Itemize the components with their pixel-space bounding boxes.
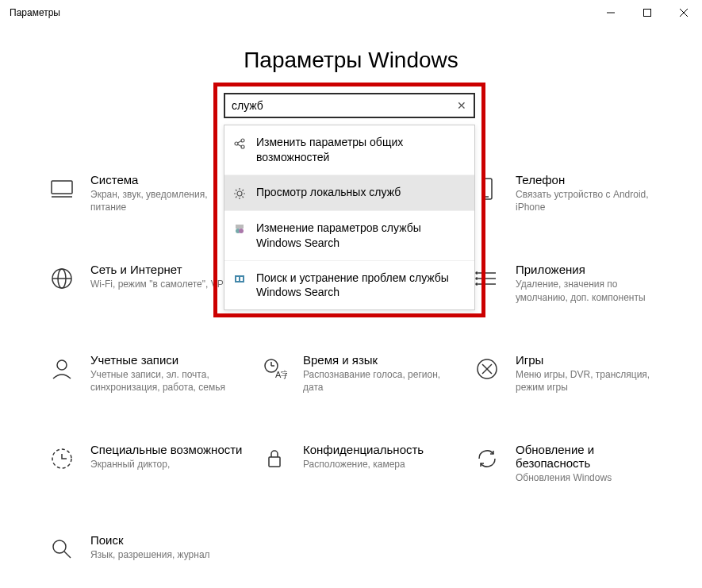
category-network[interactable]: Сеть и ИнтернетWi-Fi, режим "в самолете"…: [48, 263, 246, 303]
suggestion-label: Поиск и устранение проблем службы Window…: [256, 271, 466, 301]
category-title: Время и язык: [303, 353, 458, 367]
category-title: Сеть и Интернет: [90, 263, 230, 276]
clear-search-button[interactable]: ✕: [450, 99, 474, 112]
search-box[interactable]: ✕: [224, 93, 475, 118]
category-system[interactable]: СистемаЭкран, звук, уведомления, питание: [48, 173, 246, 213]
svg-point-30: [476, 278, 478, 279]
category-desc: Обновления Windows: [516, 471, 671, 484]
svg-text:A字: A字: [275, 370, 287, 379]
svg-line-8: [238, 144, 242, 147]
system-icon: [48, 175, 76, 203]
svg-rect-14: [236, 277, 239, 281]
svg-line-7: [238, 141, 242, 144]
gaming-icon: [473, 355, 501, 383]
search-container: ✕ Изменить параметры общих возможностейП…: [224, 93, 475, 310]
category-phone[interactable]: ТелефонСвязать устройство с Android, iPh…: [473, 173, 671, 213]
minimize-button[interactable]: [593, 0, 629, 25]
svg-rect-15: [240, 277, 243, 281]
titlebar: Параметры: [0, 0, 702, 25]
category-title: Система: [90, 173, 246, 186]
svg-point-6: [241, 145, 244, 148]
suggestion-label: Просмотр локальных служб: [256, 185, 401, 200]
category-desc: Wi-Fi, режим "в самолете", VPN: [90, 278, 230, 290]
category-desc: Экранный диктор,: [90, 458, 243, 471]
apps-icon: [473, 264, 501, 293]
svg-point-32: [57, 360, 67, 370]
suggestion-label: Изменение параметров службы Windows Sear…: [256, 221, 466, 251]
category-ease[interactable]: Специальные возможностиЭкранный диктор,: [48, 443, 246, 484]
suggestion-item[interactable]: Изменить параметры общих возможностей: [224, 125, 474, 175]
time-lang-icon: A字: [260, 355, 289, 383]
category-desc: Распознавание голоса, регион, дата: [303, 368, 458, 394]
close-icon: ✕: [457, 99, 466, 112]
category-search-cat[interactable]: ПоискЯзык, разрешения, журнал: [48, 533, 246, 563]
category-title: Поиск: [90, 533, 210, 547]
search-service-icon: [232, 222, 247, 236]
suggestion-item[interactable]: Поиск и устранение проблем службы Window…: [224, 261, 474, 310]
svg-point-11: [239, 229, 244, 233]
category-desc: Язык, разрешения, журнал: [90, 548, 210, 561]
update-icon: [473, 444, 501, 473]
category-apps[interactable]: ПриложенияУдаление, значения по умолчани…: [473, 263, 671, 303]
category-desc: Удаление, значения по умолчанию, доп. ко…: [516, 278, 671, 303]
category-title: Обновление и безопасность: [516, 443, 671, 470]
suggestion-label: Изменить параметры общих возможностей: [256, 135, 466, 165]
svg-line-43: [64, 551, 71, 558]
svg-point-5: [241, 139, 244, 142]
svg-rect-13: [235, 275, 244, 282]
svg-rect-16: [52, 181, 72, 194]
category-update[interactable]: Обновление и безопасностьОбновления Wind…: [473, 443, 671, 484]
category-title: Конфиденциальность: [303, 443, 424, 456]
category-title: Игры: [516, 353, 671, 367]
svg-rect-1: [644, 10, 651, 17]
category-title: Специальные возможности: [90, 443, 243, 456]
page-title: Параметры Windows: [0, 48, 702, 73]
search-suggestions: Изменить параметры общих возможностейПро…: [224, 125, 475, 310]
suggestion-item[interactable]: Просмотр локальных служб: [224, 175, 474, 211]
search-cat-icon: [48, 535, 76, 563]
svg-rect-12: [236, 225, 244, 229]
category-desc: Учетные записи, эл. почта, синхронизация…: [90, 368, 246, 394]
category-desc: Меню игры, DVR, трансляция, режим игры: [516, 368, 671, 394]
window-controls: [593, 0, 702, 25]
services-icon: [232, 186, 247, 201]
ease-icon: [48, 444, 76, 473]
svg-point-42: [53, 540, 66, 553]
category-time-lang[interactable]: A字Время и языкРаспознавание голоса, реги…: [260, 353, 458, 394]
phone-icon: [473, 175, 501, 203]
category-desc: Расположение, камера: [303, 458, 424, 471]
close-button[interactable]: [666, 0, 702, 25]
category-accounts[interactable]: Учетные записиУчетные записи, эл. почта,…: [48, 353, 246, 394]
category-privacy[interactable]: КонфиденциальностьРасположение, камера: [260, 443, 458, 484]
category-title: Учетные записи: [90, 353, 246, 367]
share-settings-icon: [232, 136, 247, 151]
svg-point-31: [476, 283, 478, 285]
category-desc: Связать устройство с Android, iPhone: [516, 188, 671, 213]
accounts-icon: [48, 355, 76, 383]
category-title: Телефон: [516, 173, 671, 186]
maximize-button[interactable]: [629, 0, 666, 25]
suggestion-item[interactable]: Изменение параметров службы Windows Sear…: [224, 211, 474, 261]
category-gaming[interactable]: ИгрыМеню игры, DVR, трансляция, режим иг…: [473, 353, 671, 394]
troubleshoot-icon: [232, 272, 247, 286]
svg-rect-20: [482, 179, 492, 199]
search-input[interactable]: [225, 94, 450, 117]
privacy-icon: [260, 444, 289, 473]
category-desc: Экран, звук, уведомления, питание: [90, 188, 246, 213]
window-title: Параметры: [10, 7, 60, 18]
category-title: Приложения: [516, 263, 671, 276]
network-icon: [48, 264, 76, 293]
svg-point-9: [237, 191, 242, 196]
svg-rect-41: [269, 457, 280, 467]
svg-point-29: [476, 272, 478, 274]
